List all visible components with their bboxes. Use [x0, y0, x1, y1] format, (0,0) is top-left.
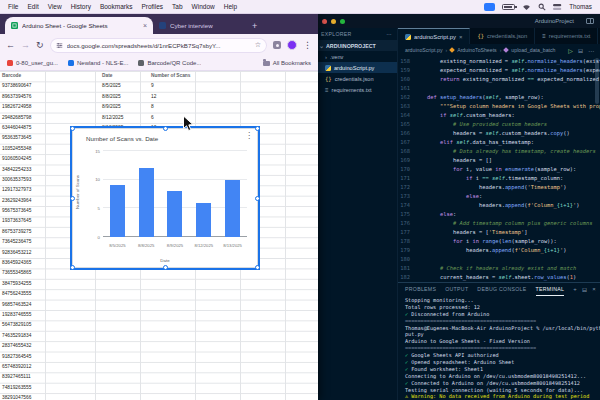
menu-item[interactable]: Tab — [172, 3, 182, 10]
terminal-output[interactable]: Stopping monitoring...Total rows process… — [398, 296, 600, 400]
cell-barcode[interactable]: 34842254233 — [0, 165, 45, 175]
cell-barcode[interactable]: 19373637645 — [0, 216, 45, 226]
menu-item[interactable]: View — [48, 3, 62, 10]
resize-handle[interactable] — [163, 126, 168, 131]
panel-tab-debug[interactable]: DEBUG CONSOLE — [477, 283, 526, 296]
panel-tab-problems[interactable]: PROBLEMS — [405, 283, 436, 296]
new-tab-button[interactable]: + — [252, 21, 257, 31]
cell-barcode[interactable]: 28374655432 — [0, 341, 45, 351]
resize-handle[interactable] — [255, 126, 260, 131]
menu-item[interactable]: Window — [192, 3, 215, 10]
editor-tab-requirements[interactable]: ≡ requirements.txt — [535, 28, 598, 44]
chart-menu-icon[interactable]: ⋮ — [245, 131, 253, 140]
cell-barcode[interactable]: 10352455348 — [0, 144, 45, 154]
all-bookmarks-button[interactable]: All Bookmarks — [263, 60, 311, 66]
cell-barcode[interactable]: 89637394576 — [0, 92, 45, 102]
menu-item[interactable]: File — [8, 3, 18, 10]
menu-item[interactable]: History — [71, 3, 91, 10]
breadcrumb-method[interactable]: upload_data_batch — [511, 47, 555, 53]
cell-scans[interactable]: 8 — [140, 102, 195, 112]
minimize-window-icon[interactable] — [331, 19, 336, 24]
cell-barcode[interactable]: 29482685798 — [0, 113, 45, 123]
extensions-icon[interactable] — [273, 41, 281, 49]
cell-scans[interactable]: 9 — [140, 81, 195, 91]
cell-barcode[interactable]: 65748392012 — [0, 362, 45, 372]
editor-more-icon[interactable]: ⋯ — [588, 47, 594, 54]
resize-handle[interactable] — [255, 265, 260, 270]
breadcrumb-file[interactable]: arduinoScript.py — [405, 47, 443, 53]
menu-item[interactable]: Edit — [27, 3, 38, 10]
cell-barcode[interactable]: 73655345865 — [0, 268, 45, 278]
resize-handle[interactable] — [70, 126, 75, 131]
cell-barcode[interactable]: 63446044875 — [0, 123, 45, 133]
editor-scrollbar[interactable] — [595, 58, 599, 104]
bookmark-item[interactable]: Barcode/QR Code... — [138, 60, 201, 66]
reload-icon[interactable]: ↻ — [36, 41, 44, 50]
cell-barcode[interactable]: 96857463524 — [0, 300, 45, 310]
chrome-menu-icon[interactable]: ⋮ — [303, 41, 312, 50]
kill-terminal-icon[interactable]: × — [592, 286, 596, 293]
resize-handle[interactable] — [163, 265, 168, 270]
chart[interactable]: Number of Scans vs. Date ⋮ Number of Sca… — [72, 128, 258, 268]
cell-date[interactable]: 8/8/2025 — [95, 92, 140, 102]
site-settings-icon[interactable] — [56, 42, 63, 49]
cell-barcode[interactable]: 38475934255 — [0, 279, 45, 289]
code-editor[interactable]: 158 existing_normalized = self.normalize… — [398, 56, 600, 282]
run-file-icon[interactable]: ▷ — [568, 47, 573, 54]
cell-barcode[interactable]: 93738690647 — [0, 81, 45, 91]
bookmark-item[interactable]: Newland - NLS-E... — [68, 60, 128, 66]
new-terminal-icon[interactable]: + — [573, 286, 577, 293]
chrome-tab-active[interactable]: Arduino Sheet - Google Sheets × — [5, 17, 153, 34]
zoom-window-icon[interactable] — [340, 19, 345, 24]
more-actions-icon[interactable]: ⋯ — [387, 31, 393, 37]
cell-date[interactable]: 8/12/2025 — [95, 113, 140, 123]
menu-item[interactable]: Help — [224, 3, 237, 10]
cell-barcode[interactable]: 84756243555 — [0, 289, 45, 299]
bookmark-item[interactable]: 0-80_user_gu... — [7, 60, 58, 66]
cell-barcode[interactable]: 91827364545 — [0, 352, 45, 362]
cell-barcode[interactable]: 83645924365 — [0, 258, 45, 268]
sidebar-item-venv[interactable]: › .venv — [316, 51, 397, 62]
menu-item[interactable]: Profiles — [141, 3, 163, 10]
layout-toggle-icon[interactable] — [586, 18, 594, 24]
cell-header[interactable]: Date — [95, 71, 140, 81]
resize-handle[interactable] — [70, 265, 75, 270]
bookmark-star-icon[interactable]: ☆ — [255, 41, 261, 49]
control-center-icon[interactable] — [553, 3, 562, 11]
split-editor-icon[interactable]: ⊟ — [578, 47, 583, 54]
cell-barcode[interactable]: 38291047566 — [0, 393, 45, 400]
split-terminal-icon[interactable]: ⊟ — [582, 286, 587, 293]
resize-handle[interactable] — [70, 196, 75, 201]
menu-item[interactable]: Bookmarks — [100, 3, 133, 10]
panel-tab-output[interactable]: OUTPUT — [445, 283, 468, 296]
cell-barcode[interactable]: 92836453212 — [0, 248, 45, 258]
cell-barcode[interactable]: 74819263555 — [0, 383, 45, 393]
cell-barcode[interactable]: 12917327973 — [0, 185, 45, 195]
editor-tab-credentials[interactable]: {} credentials.json — [470, 28, 535, 44]
cell-barcode[interactable]: 19826724958 — [0, 102, 45, 112]
panel-tab-terminal[interactable]: TERMINAL — [536, 283, 565, 296]
address-bar[interactable]: docs.google.com/spreadsheets/d/1nrECPkB7… — [50, 38, 267, 53]
cell-barcode[interactable]: 30063537593 — [0, 175, 45, 185]
profile-avatar[interactable] — [287, 40, 297, 50]
cell-barcode[interactable]: 86753739275 — [0, 227, 45, 237]
cell-barcode[interactable]: 74635291834 — [0, 331, 45, 341]
app-badge-icon[interactable] — [484, 3, 495, 11]
back-icon[interactable]: ← — [6, 41, 15, 50]
cell-barcode[interactable]: 23629243964 — [0, 196, 45, 206]
sidebar-item-arduinoscript[interactable]: arduinoScript.py — [316, 62, 397, 73]
breadcrumb-class[interactable]: ArduinoToSheets — [457, 47, 497, 53]
cell-barcode[interactable]: 56473829105 — [0, 320, 45, 330]
cell-barcode[interactable]: 95363573645 — [0, 133, 45, 143]
search-icon[interactable] — [538, 3, 546, 11]
menubar-username[interactable]: Thomas — [569, 3, 592, 10]
resize-handle[interactable] — [255, 196, 260, 201]
cell-date[interactable]: 8/9/2025 — [95, 102, 140, 112]
spreadsheet-grid[interactable]: Barcode937386906478963739457619826724958… — [0, 71, 318, 400]
close-editor-icon[interactable]: × — [459, 34, 463, 40]
cell-barcode[interactable]: 19283746555 — [0, 310, 45, 320]
close-window-icon[interactable] — [322, 19, 327, 24]
editor-tab-arduinoscript[interactable]: arduinoScript.py × — [398, 28, 470, 44]
close-tab-icon[interactable]: × — [143, 22, 147, 29]
cell-barcode[interactable]: 95675373645 — [0, 206, 45, 216]
